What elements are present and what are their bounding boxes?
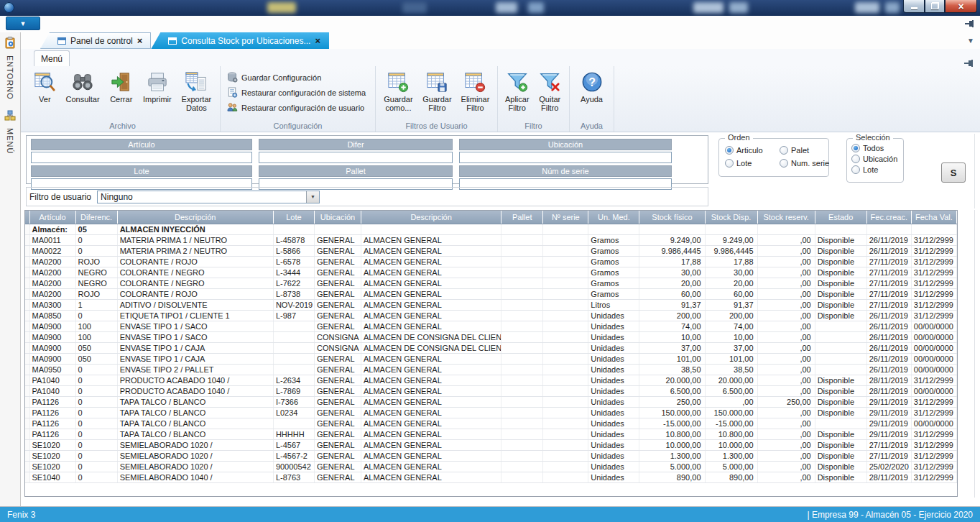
- restore-button[interactable]: [925, 0, 945, 13]
- cell: 20,00: [639, 278, 705, 288]
- pin-icon[interactable]: [965, 19, 974, 30]
- tab-close-icon[interactable]: ×: [137, 36, 143, 45]
- consultar-button[interactable]: Consultar: [63, 68, 103, 106]
- cell: TAPA TALCO / BLANCO: [117, 418, 273, 429]
- cell: [501, 234, 543, 245]
- column-header-6[interactable]: Pallet: [501, 211, 543, 224]
- column-header-10[interactable]: Stock Disp.: [705, 211, 757, 224]
- cell: Unidades: [588, 396, 639, 407]
- ayuda-button[interactable]: ? Ayuda: [573, 68, 610, 106]
- column-header-2[interactable]: Descripción: [117, 211, 273, 224]
- table-row[interactable]: PA11260TAPA TALCO / BLANCOI-7366GENERALA…: [25, 396, 957, 407]
- table-row[interactable]: PA11260TAPA TALCO / BLANCOHHHHHGENERALAL…: [25, 429, 957, 439]
- table-row[interactable]: MA0200ROJOCOLORANTE / ROJOL-8738GENERALA…: [25, 288, 957, 299]
- radio-label: Ubicación: [863, 155, 897, 163]
- column-header-3[interactable]: Lote: [273, 211, 314, 224]
- table-row[interactable]: MA03001ADITIVO / DISOLVENTENOV-2019GENER…: [25, 299, 957, 310]
- orden-radio-3[interactable]: Num. serie: [780, 159, 829, 168]
- ribbon-pin-icon[interactable]: [964, 59, 974, 70]
- cell: Unidades: [588, 310, 639, 321]
- table-row[interactable]: SE10400SEMIELABORADO 1040 /L-8763GENERAL…: [25, 472, 957, 482]
- column-header-14[interactable]: Fecha Val.: [911, 211, 956, 224]
- orden-radio-2[interactable]: Lote: [725, 159, 780, 168]
- quitar-filtro-button[interactable]: Quitar Filtro: [535, 68, 566, 114]
- imprimir-button[interactable]: Imprimir: [139, 68, 175, 106]
- table-row[interactable]: MA08500ETIQUETA TIPO1 / CLIENTE 1L-987GE…: [25, 310, 957, 321]
- table-row[interactable]: MA00220MATERIA PRIMA 2 / NEUTROL-5866GEN…: [25, 245, 957, 256]
- column-header-0[interactable]: Artículo: [29, 211, 75, 224]
- cerrar-button[interactable]: Cerrar: [105, 68, 138, 106]
- ribbon-tab-menu[interactable]: Menú: [34, 50, 70, 67]
- cell: Unidades: [588, 364, 639, 375]
- tab-consulta-stock[interactable]: Consulta Stock por Ubicaciones... ×: [151, 32, 329, 49]
- table-row[interactable]: MA0200NEGROCOLORANTE / NEGROL-7622GENERA…: [25, 278, 957, 288]
- seleccion-radio-0[interactable]: Todos: [851, 144, 903, 152]
- seleccion-radio-2[interactable]: Lote: [851, 165, 903, 174]
- table-row[interactable]: MA0900050ENVASE TIPO 1 / CAJACONSIGNAALM…: [25, 342, 957, 353]
- ubicacion-input[interactable]: [459, 152, 672, 163]
- user-filter-select[interactable]: Ninguno ▼: [97, 191, 320, 203]
- table-row[interactable]: MA09500ENVASE TIPO 2 / PALLETGENERALALMA…: [25, 364, 957, 375]
- search-button[interactable]: S: [941, 162, 966, 183]
- column-header-8[interactable]: Un. Med.: [588, 211, 639, 224]
- ver-button[interactable]: Ver: [29, 68, 61, 106]
- radio-label: Num. serie: [791, 159, 829, 168]
- cell: 10.800,00: [639, 429, 705, 439]
- column-header-7[interactable]: Nº serie: [543, 211, 588, 224]
- sidebar-item-entorno[interactable]: ENTORNO: [4, 37, 17, 100]
- column-header-4[interactable]: Ubicación: [314, 211, 361, 224]
- table-row[interactable]: SE10200SEMIELABORADO 1020 /90000542GENER…: [25, 461, 957, 472]
- column-header-9[interactable]: Stock físico: [639, 211, 705, 224]
- status-app-name: Fenix 3: [7, 510, 35, 520]
- table-row[interactable]: PA10400PRODUCTO ACABADO 1040 /L-7869GENE…: [25, 385, 957, 396]
- table-row[interactable]: MA0200NEGROCOLORANTE / NEGROL-3444GENERA…: [25, 267, 957, 278]
- difer-input[interactable]: [259, 152, 453, 163]
- aplicar-filtro-button[interactable]: Aplicar Filtro: [501, 68, 533, 114]
- chevron-down-icon[interactable]: ▼: [967, 37, 974, 45]
- restaurar-sistema-button[interactable]: Restaurar configuración de sistema: [224, 86, 369, 99]
- cell: PRODUCTO ACABADO 1040 /: [117, 375, 273, 385]
- minimize-button[interactable]: [903, 0, 925, 13]
- table-row[interactable]: MA0200ROJOCOLORANTE / ROJOL-6578GENERALA…: [25, 256, 957, 267]
- cell: ALMACEN GENERAL: [361, 407, 501, 418]
- cell: ALMACEN GENERAL: [361, 472, 501, 482]
- orden-radio-0[interactable]: Articulo: [725, 146, 780, 155]
- column-header-5[interactable]: Descripción: [361, 211, 501, 224]
- restaurar-usuario-button[interactable]: Restaurar configuración de usuario: [224, 101, 369, 114]
- table-row[interactable]: MA00110MATERIA PRIMA 1 / NEUTROL-45878GE…: [25, 234, 957, 245]
- table-row[interactable]: MA0900050ENVASE TIPO 1 / CAJAGENERALALMA…: [25, 353, 957, 364]
- group-row[interactable]: Almacén:05ALMACEN INYECCIÓN: [25, 224, 957, 234]
- cell: 100: [75, 331, 117, 342]
- sidebar-item-menu[interactable]: MENÚ: [4, 110, 16, 154]
- column-header-12[interactable]: Estado: [815, 211, 866, 224]
- table-row[interactable]: PA11260TAPA TALCO / BLANCOGENERALALMACEN…: [25, 418, 957, 429]
- column-header-1[interactable]: Diferenc.: [75, 211, 117, 224]
- tab-close-icon[interactable]: ×: [315, 36, 320, 45]
- window-controls: ×: [903, 0, 977, 13]
- table-row[interactable]: MA0900100ENVASE TIPO 1 / SACOCONSIGNAALM…: [25, 331, 957, 342]
- articulo-input[interactable]: [31, 152, 252, 163]
- close-button[interactable]: ×: [945, 0, 977, 13]
- eliminar-filtro-button[interactable]: Eliminar Filtro: [457, 68, 494, 114]
- cell: 31/12/2999: [911, 256, 956, 267]
- exportar-datos-button[interactable]: Exportar Datos: [177, 68, 216, 114]
- table-row[interactable]: MA0900100ENVASE TIPO 1 / SACOGENERALALMA…: [25, 321, 957, 331]
- cell: 0: [75, 439, 117, 450]
- column-header-13[interactable]: Fec.creac.: [866, 211, 911, 224]
- table-row[interactable]: PA10400PRODUCTO ACABADO 1040 /L-2634GENE…: [25, 375, 957, 385]
- tab-panel-de-control[interactable]: Panel de control ×: [40, 32, 151, 49]
- cell: Gramos: [588, 288, 639, 299]
- guardar-configuracion-button[interactable]: Guardar Configuración: [224, 71, 369, 84]
- quick-access-menu-button[interactable]: ▼: [6, 17, 40, 30]
- seleccion-radio-1[interactable]: Ubicación: [851, 155, 903, 163]
- table-row[interactable]: SE10200SEMIELABORADO 1020 /L-4567GENERAL…: [25, 439, 957, 450]
- cell: 100: [75, 321, 117, 331]
- orden-radio-1[interactable]: Palet: [780, 146, 829, 155]
- table-row[interactable]: PA11260TAPA TALCO / BLANCOL0234GENERALAL…: [25, 407, 957, 418]
- column-header-11[interactable]: Stock reserv.: [757, 211, 815, 224]
- guardar-como-button[interactable]: Guardar como...: [379, 68, 417, 114]
- guardar-filtro-button[interactable]: Guardar Filtro: [419, 68, 456, 114]
- table-row[interactable]: SE10200SEMIELABORADO 1020 /L-4567-2GENER…: [25, 450, 957, 461]
- dropdown-arrow-icon[interactable]: ▼: [306, 191, 319, 203]
- radio-icon: [780, 146, 788, 155]
